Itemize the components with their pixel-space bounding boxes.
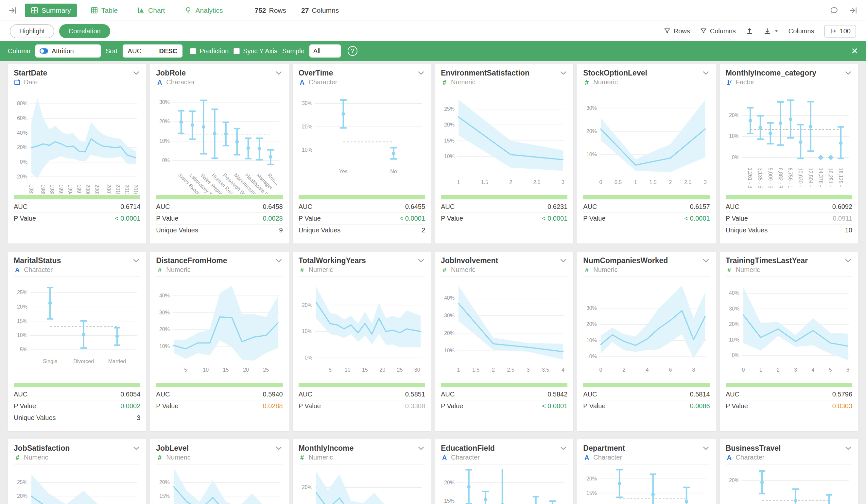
download-menu-button[interactable] — [763, 27, 779, 35]
svg-text:12,504 -: 12,504 - — [808, 168, 813, 187]
stat-value: < 0.0001 — [684, 215, 710, 222]
chevron-down-icon[interactable] — [417, 444, 425, 452]
stat-label: P Value — [726, 215, 748, 222]
importance-bar — [299, 195, 425, 199]
chevron-down-icon[interactable] — [702, 257, 710, 265]
svg-text:40%: 40% — [444, 295, 455, 301]
svg-text:5: 5 — [329, 367, 332, 373]
upload-icon[interactable] — [746, 27, 754, 35]
svg-text:2: 2 — [492, 367, 495, 373]
close-icon[interactable]: ✕ — [851, 47, 858, 55]
chevron-down-icon[interactable] — [132, 257, 140, 265]
svg-text:1981: 1981 — [29, 184, 34, 194]
chevron-down-icon[interactable] — [559, 444, 567, 452]
chevron-down-icon[interactable] — [417, 257, 425, 265]
chevron-down-icon[interactable] — [417, 69, 425, 77]
chevron-down-icon[interactable] — [844, 257, 852, 265]
svg-text:2: 2 — [777, 367, 780, 373]
svg-text:30%: 30% — [159, 310, 170, 315]
chevron-down-icon[interactable] — [702, 444, 710, 452]
stat-row: P Value< 0.0001 — [441, 400, 567, 412]
target-column-value: Attrition — [52, 47, 74, 55]
column-chart: 0%10%20%51015202530 — [299, 281, 425, 381]
filter-columns-button[interactable]: Columns — [700, 27, 736, 35]
stat-value: 10 — [845, 226, 852, 234]
tab-summary[interactable]: Summary — [25, 3, 77, 17]
chevron-down-icon[interactable] — [275, 69, 283, 77]
correlation-control-bar: Column Attrition Sort AUC DESC Predictio… — [0, 41, 866, 61]
svg-text:2.5: 2.5 — [533, 179, 540, 185]
numeric-type-icon: # — [156, 454, 163, 461]
svg-text:1988: 1988 — [49, 184, 55, 194]
chevron-down-icon[interactable] — [275, 257, 283, 265]
stat-label: AUC — [726, 203, 740, 211]
card-title: StockOptionLevel — [583, 69, 647, 77]
svg-text:1.5: 1.5 — [481, 179, 488, 185]
svg-text:20%: 20% — [17, 493, 27, 499]
sample-value: All — [313, 47, 321, 55]
chevron-down-icon[interactable] — [132, 69, 140, 77]
sample-select[interactable]: All — [309, 44, 341, 57]
help-icon[interactable]: ? — [348, 46, 357, 56]
sort-direction-select[interactable]: DESC — [154, 44, 183, 57]
chevron-down-icon[interactable] — [559, 257, 567, 265]
highlight-button[interactable]: Highlight — [10, 24, 54, 38]
chevron-down-icon[interactable] — [275, 444, 283, 452]
svg-text:10%: 10% — [159, 138, 170, 144]
stat-row: P Value< 0.0001 — [299, 212, 425, 224]
columns-limit-box[interactable]: 100 — [824, 25, 856, 37]
stat-label: AUC — [441, 391, 455, 398]
card-stats: AUC0.5940P Value0.0288 — [156, 388, 282, 412]
column-card: OverTime A Character 10%20%30%YesNo AUC0… — [293, 64, 431, 244]
svg-text:4: 4 — [811, 367, 814, 373]
column-chart: 10%20%30%00.511.522.53 — [583, 94, 710, 194]
svg-text:2010: 2010 — [115, 184, 121, 194]
svg-text:20%: 20% — [17, 304, 27, 310]
tab-table[interactable]: Table — [85, 3, 124, 17]
chevron-down-icon[interactable] — [844, 69, 852, 77]
svg-text:5: 5 — [185, 367, 187, 373]
svg-text:2: 2 — [669, 179, 672, 185]
svg-text:Divorced: Divorced — [73, 359, 94, 364]
chevron-down-icon[interactable] — [559, 69, 567, 77]
collapse-panel-right-icon[interactable] — [849, 6, 857, 15]
stat-label: P Value — [14, 402, 36, 410]
comment-icon[interactable] — [830, 6, 839, 15]
card-stats: AUC0.6157P Value< 0.0001 — [583, 201, 710, 224]
chevron-down-icon[interactable] — [702, 69, 710, 77]
collapse-sidebar-icon[interactable] — [9, 6, 17, 15]
stat-label: P Value — [726, 402, 748, 410]
sort-by-select[interactable]: AUC — [123, 44, 154, 57]
sync-y-axis-checkbox[interactable] — [233, 48, 240, 54]
stat-value: 0.6231 — [547, 203, 567, 211]
stat-row: AUC0.6231 — [441, 201, 567, 212]
svg-text:2003: 2003 — [94, 184, 100, 194]
svg-text:10%: 10% — [586, 152, 597, 157]
svg-text:1.5: 1.5 — [650, 179, 657, 185]
stat-value: 0.0086 — [690, 402, 710, 410]
chevron-down-icon[interactable] — [132, 444, 140, 452]
tab-analytics[interactable]: Analytics — [179, 3, 229, 17]
sort-control: AUC DESC — [123, 44, 183, 57]
svg-text:5: 5 — [829, 367, 832, 373]
filter-rows-button[interactable]: Rows — [664, 27, 690, 35]
svg-text:0%: 0% — [305, 355, 312, 360]
target-column-select[interactable]: Attrition — [35, 44, 101, 57]
svg-text:25%: 25% — [17, 290, 27, 295]
column-card: JobLevel # Numeric 5%10%15%20%12345 — [150, 439, 288, 504]
tab-chart[interactable]: Chart — [132, 3, 171, 17]
character-type-icon: A — [726, 454, 733, 461]
chevron-down-icon[interactable] — [844, 444, 852, 452]
prediction-checkbox[interactable] — [190, 48, 196, 54]
prediction-label: Prediction — [200, 47, 229, 55]
stat-row: AUC0.5842 — [441, 388, 567, 400]
card-title: EducationField — [441, 444, 495, 453]
correlation-button[interactable]: Correlation — [59, 24, 110, 38]
stat-row: AUC0.5814 — [583, 388, 710, 400]
card-title: TotalWorkingYears — [299, 256, 366, 265]
column-type-label: Date — [24, 78, 37, 86]
column-card: EnvironmentSatisfaction # Numeric 10%15%… — [435, 64, 573, 244]
stat-row: AUC0.6092 — [726, 201, 852, 212]
card-title: TrainingTimesLastYear — [726, 256, 808, 265]
numeric-type-icon: # — [726, 267, 733, 273]
